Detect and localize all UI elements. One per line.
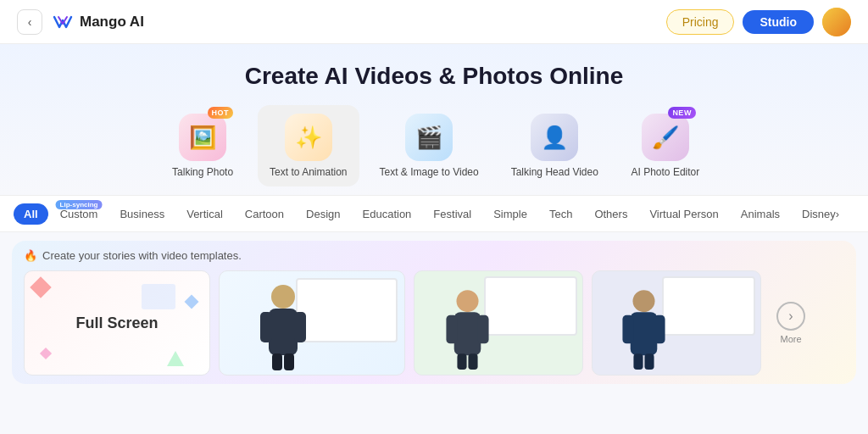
templates-grid: Full Screen <box>24 270 844 376</box>
feature-text-animation[interactable]: ✨ Text to Animation <box>258 105 359 186</box>
talking-head-icon-wrap: 👤 <box>531 114 578 161</box>
feature-talking-photo[interactable]: 🖼️ HOT Talking Photo <box>156 105 249 186</box>
back-button[interactable]: ‹ <box>17 9 42 35</box>
hot-badge: HOT <box>208 107 234 119</box>
photo-editor-icon-wrap: 🖌️ NEW <box>642 114 689 161</box>
templates-header-text: Create your stories with video templates… <box>42 249 242 262</box>
category-bar: All Lip-syncing Custom Business Vertical… <box>0 195 868 232</box>
pricing-button[interactable]: Pricing <box>666 9 735 35</box>
new-badge: NEW <box>668 107 696 119</box>
deco-diamond-2 <box>185 295 199 309</box>
category-education[interactable]: Education <box>353 203 422 225</box>
header-left: ‹ Mango AI <box>17 9 144 35</box>
person-bg-3 <box>593 271 760 375</box>
svg-point-7 <box>457 290 479 312</box>
category-cartoon[interactable]: Cartoon <box>235 203 294 225</box>
category-disney[interactable]: Disney› <box>792 203 849 225</box>
logo-icon <box>51 10 75 34</box>
category-custom-label: Custom <box>60 208 98 220</box>
category-virtual-person[interactable]: Virtual Person <box>639 203 728 225</box>
feature-text-image-video[interactable]: 🎬 Text & Image to Video <box>368 105 491 186</box>
deco-diamond-1 <box>30 276 51 298</box>
logo-text: Mango AI <box>80 14 144 31</box>
person-silhouette-3 <box>616 286 671 375</box>
svg-rect-5 <box>272 353 282 370</box>
category-tech[interactable]: Tech <box>539 203 582 225</box>
svg-rect-3 <box>260 312 272 342</box>
lip-sync-badge: Lip-syncing <box>56 200 103 209</box>
category-others[interactable]: Others <box>584 203 637 225</box>
fire-icon: 🔥 <box>24 249 37 262</box>
photo-editor-icon: 🖌️ <box>652 125 679 151</box>
svg-rect-11 <box>457 353 466 370</box>
text-animation-label: Text to Animation <box>270 166 347 178</box>
whiteboard-2 <box>484 276 577 336</box>
header: ‹ Mango AI Pricing Studio <box>0 0 868 44</box>
svg-rect-15 <box>622 315 633 343</box>
svg-rect-14 <box>631 312 658 355</box>
category-business[interactable]: Business <box>109 203 175 225</box>
svg-point-1 <box>271 285 295 309</box>
hero-section: Create AI Videos & Photos Online 🖼️ HOT … <box>0 44 868 195</box>
talking-photo-icon-wrap: 🖼️ HOT <box>179 114 226 161</box>
svg-rect-12 <box>468 353 477 370</box>
text-animation-icon-wrap: ✨ <box>285 114 332 161</box>
photo-editor-label: AI Photo Editor <box>632 166 700 178</box>
template-card-person1[interactable] <box>219 270 405 376</box>
category-vertical[interactable]: Vertical <box>176 203 233 225</box>
whiteboard-3 <box>662 276 755 336</box>
avatar[interactable] <box>822 8 851 36</box>
template-card-person3[interactable] <box>592 270 761 376</box>
talking-photo-label: Talking Photo <box>172 166 233 178</box>
feature-talking-head[interactable]: 👤 Talking Head Video <box>499 105 610 186</box>
template-card-person2[interactable] <box>414 270 583 376</box>
category-animals[interactable]: Animals <box>731 203 790 225</box>
svg-point-13 <box>633 290 655 312</box>
svg-rect-17 <box>633 353 643 370</box>
deco-triangle <box>167 351 184 366</box>
more-circle-icon: › <box>776 302 805 331</box>
templates-header: 🔥 Create your stories with video templat… <box>24 249 844 262</box>
header-right: Pricing Studio <box>666 8 851 36</box>
svg-rect-8 <box>454 312 481 355</box>
feature-row: 🖼️ HOT Talking Photo ✨ Text to Animation… <box>0 105 868 186</box>
category-festival[interactable]: Festival <box>423 203 481 225</box>
talking-head-label: Talking Head Video <box>511 166 598 178</box>
person-silhouette-2 <box>440 286 495 375</box>
person-silhouette-1 <box>253 281 313 375</box>
category-simple[interactable]: Simple <box>483 203 537 225</box>
feature-photo-editor[interactable]: 🖌️ NEW AI Photo Editor <box>619 105 712 186</box>
fullscreen-label: Full Screen <box>75 314 158 332</box>
deco-rect <box>142 284 175 309</box>
svg-rect-2 <box>269 309 298 355</box>
text-image-video-label: Text & Image to Video <box>380 166 479 178</box>
person-bg-1 <box>220 271 404 375</box>
category-design[interactable]: Design <box>296 203 350 225</box>
category-all[interactable]: All <box>14 203 48 225</box>
svg-rect-10 <box>478 315 489 343</box>
svg-rect-6 <box>284 353 294 370</box>
more-card[interactable]: › More <box>770 270 812 376</box>
deco-diamond-3 <box>40 348 52 359</box>
category-custom[interactable]: Lip-syncing Custom <box>50 203 108 225</box>
logo: Mango AI <box>51 10 144 34</box>
avatar-image <box>822 8 851 36</box>
more-label: More <box>780 334 801 344</box>
svg-rect-16 <box>654 315 665 343</box>
text-image-video-icon-wrap: 🎬 <box>405 114 453 161</box>
talking-head-icon: 👤 <box>541 125 568 151</box>
talking-photo-icon: 🖼️ <box>189 125 216 151</box>
svg-rect-9 <box>446 315 457 343</box>
person-bg-2 <box>415 271 582 375</box>
text-image-video-icon: 🎬 <box>415 125 442 151</box>
hero-title: Create AI Videos & Photos Online <box>0 63 868 90</box>
svg-rect-4 <box>294 312 306 342</box>
templates-section: 🔥 Create your stories with video templat… <box>12 241 856 384</box>
template-card-fullscreen[interactable]: Full Screen <box>24 270 210 376</box>
svg-rect-18 <box>644 353 654 370</box>
studio-button[interactable]: Studio <box>743 10 814 34</box>
text-animation-icon: ✨ <box>295 125 322 151</box>
